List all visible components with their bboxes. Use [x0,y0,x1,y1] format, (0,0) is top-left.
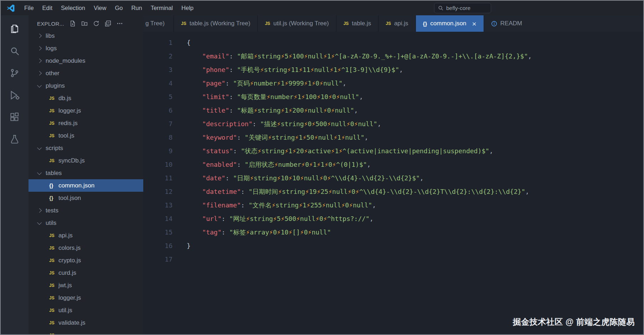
title-bar: FileEditSelectionViewGoRunTerminalHelp b… [1,1,643,15]
new-file-icon[interactable] [69,20,76,27]
line-number: 14 [143,212,172,226]
tab-g-tree-[interactable]: g Tree) [143,15,174,32]
collapse-all-icon[interactable] [105,20,111,27]
line-number: 17 [143,253,172,266]
tree-item-redis.js[interactable]: JSredis.js [29,117,143,129]
run-debug-icon[interactable] [6,87,23,104]
tree-item-logger.js[interactable]: JSlogger.js [29,104,143,117]
tab-common.json[interactable]: {}common.json× [416,15,484,32]
tab-table.js-working-tree-[interactable]: JStable.js (Working Tree) [174,15,258,32]
menu-view[interactable]: View [89,3,110,13]
extensions-icon[interactable] [6,109,23,126]
search-icon[interactable] [6,42,23,60]
line-number: 11 [143,171,172,185]
line-number: 3 [143,63,172,77]
testing-icon[interactable] [6,131,23,148]
tree-item-jwt.js[interactable]: JSjwt.js [29,279,143,292]
tab-label: util.js (Working Tree) [273,20,329,27]
js-file-icon: JS [49,283,58,288]
file-label: redis.js [58,120,78,127]
more-icon[interactable] [117,20,123,27]
code-line: 9 "status": "状态⚡string⚡1⚡20⚡active⚡1⚡^(a… [143,144,643,158]
explorer-sidebar: EXPLOR... libslogsnode_modulesotherplugi… [29,15,143,334]
tab-label: READM [500,20,522,27]
close-icon[interactable]: × [472,20,476,27]
code-text: "filename": "文件名⚡string⚡1⚡255⚡null⚡0⚡nul… [172,199,376,212]
tree-item-util.js[interactable]: JSutil.js [29,304,143,316]
line-number: 6 [143,104,172,117]
js-file-icon: JS [49,121,58,126]
code-line: 11 "date": "日期⚡string⚡10⚡10⚡null⚡0⚡^\\d{… [143,171,643,185]
tree-item-curd.js[interactable]: JScurd.js [29,267,143,279]
code-line: 13 "filename": "文件名⚡string⚡1⚡255⚡null⚡0⚡… [143,199,643,212]
json-file-icon: {} [49,182,58,189]
tab-label: table.js (Working Tree) [190,20,251,27]
tab-api.js[interactable]: JSapi.js [378,15,416,32]
json-file-icon: {} [49,195,58,201]
menu-terminal[interactable]: Terminal [146,3,177,13]
tree-item-validate.js[interactable]: JSvalidate.js [29,316,143,329]
code-line: 16} [143,239,643,253]
file-label: utils [46,220,56,227]
tree-item-tests[interactable]: tests [29,204,143,217]
explorer-icon[interactable] [6,20,23,37]
tree-item-utils[interactable]: utils [29,217,143,229]
tree-item-partial[interactable]: JS [29,329,143,334]
menu-go[interactable]: Go [110,3,127,13]
tree-item-plugins[interactable]: plugins [29,79,143,92]
chevron-down-icon [37,220,42,225]
tab-table.js[interactable]: JStable.js [336,15,379,32]
tree-item-logs[interactable]: logs [29,42,143,55]
file-label: node_modules [46,57,86,65]
search-text: befly-core [446,5,470,11]
source-control-icon[interactable] [6,65,23,82]
menu-help[interactable]: Help [177,3,198,13]
tree-item-scripts[interactable]: scripts [29,142,143,154]
chevron-right-icon [37,46,42,51]
editor[interactable]: 1{2 "email": "邮箱⚡string⚡5⚡100⚡null⚡1⚡^[a… [143,32,643,334]
tree-item-logger.js[interactable]: JSlogger.js [29,292,143,304]
line-number: 7 [143,117,172,131]
menu-run[interactable]: Run [127,3,146,13]
file-label: tests [46,207,58,214]
code-line: 1{ [143,36,643,50]
chevron-right-icon [37,208,42,213]
file-label: tool.json [58,195,81,202]
menu-selection[interactable]: Selection [57,3,89,13]
new-folder-icon[interactable] [81,20,88,27]
code-text: "page": "页码⚡number⚡1⚡9999⚡1⚡0⚡null", [172,77,346,90]
tree-item-colors.js[interactable]: JScolors.js [29,242,143,254]
tree-item-api.js[interactable]: JSapi.js [29,229,143,242]
code-text: "description": "描述⚡string⚡0⚡500⚡null⚡0⚡n… [172,117,381,131]
line-number: 2 [143,50,172,63]
tree-item-tables[interactable]: tables [29,167,143,179]
tab-util.js-working-tree-[interactable]: JSutil.js (Working Tree) [258,15,336,32]
search-box[interactable]: befly-core [434,3,491,13]
tree-item-tool.json[interactable]: {}tool.json [29,192,143,204]
tree-item-crypto.js[interactable]: JScrypto.js [29,254,143,267]
js-file-icon: JS [49,108,58,113]
tree-item-tool.js[interactable]: JStool.js [29,129,143,142]
explorer-title: EXPLOR... [37,21,64,27]
activity-bar [1,15,29,334]
line-number: 5 [143,90,172,104]
tree-item-syncdb.js[interactable]: JSsyncDb.js [29,154,143,167]
code-line: 17 [143,253,643,266]
menu-edit[interactable]: Edit [38,3,57,13]
tree-item-node-modules[interactable]: node_modules [29,55,143,67]
tab-readm[interactable]: READM [484,15,643,32]
explorer-header: EXPLOR... [29,15,143,32]
file-label: syncDb.js [58,157,85,164]
menu-bar: FileEditSelectionViewGoRunTerminalHelp [20,3,198,13]
code-lines: 1{2 "email": "邮箱⚡string⚡5⚡100⚡null⚡1⚡^[a… [143,36,643,266]
tab-bar: g Tree)JStable.js (Working Tree)JSutil.j… [143,15,643,32]
tree-item-common.json[interactable]: {}common.json [29,179,143,192]
tree-item-other[interactable]: other [29,67,143,79]
code-line: 4 "page": "页码⚡number⚡1⚡9999⚡1⚡0⚡null", [143,77,643,90]
refresh-icon[interactable] [93,20,99,27]
menu-file[interactable]: File [20,3,38,13]
tree-item-db.js[interactable]: JSdb.js [29,92,143,104]
file-label: db.js [58,95,71,102]
code-line: 14 "url": "网址⚡string⚡5⚡500⚡null⚡0⚡^https… [143,212,643,226]
line-number: 1 [143,36,172,50]
